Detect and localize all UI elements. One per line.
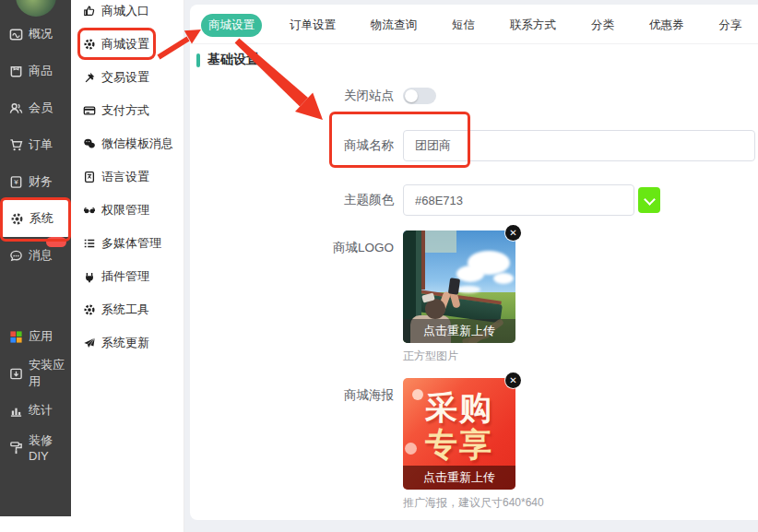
poster-reupload-overlay[interactable]: 点击重新上传 bbox=[403, 466, 515, 490]
wechat-icon bbox=[83, 137, 96, 150]
settings-card: 商城设置订单设置物流查询短信联系方式分类优惠券分享幻灯片广告 基础设置 关闭站点… bbox=[190, 5, 758, 520]
submenu-item-label: 微信模板消息 bbox=[101, 136, 173, 152]
submenu-item-label: 插件管理 bbox=[101, 268, 149, 285]
settings-form: 基础设置 关闭站点 商城名称 主题颜色 商城LOGO bbox=[190, 53, 758, 511]
sidebar-item-orders[interactable]: 订单 bbox=[0, 126, 71, 163]
submenu-item-label: 系统更新 bbox=[101, 335, 149, 351]
tab-contact[interactable]: 联系方式 bbox=[503, 14, 563, 37]
submenu-item-label: 权限管理 bbox=[101, 202, 149, 219]
apps-icon bbox=[9, 330, 23, 344]
submenu-item-payment-methods[interactable]: 支付方式 bbox=[71, 94, 184, 127]
admin-app: 概况商品会员订单¥财务系统消息⋯ 应用安装应用统计装修DIY 商城入口商城设置交… bbox=[0, 0, 758, 532]
sidebar-item-decorate-diy[interactable]: 装修DIY bbox=[0, 429, 71, 466]
submenu-item-system-tools[interactable]: 系统工具 bbox=[71, 293, 184, 326]
secondary-sidebar: 商城入口商城设置交易设置支付方式微信模板消息语言设置权限管理多媒体管理插件管理系… bbox=[71, 0, 184, 532]
tab-category[interactable]: 分类 bbox=[584, 14, 622, 37]
gear-icon bbox=[83, 38, 96, 51]
toggle-knob bbox=[405, 89, 418, 102]
submenu-list: 商城入口商城设置交易设置支付方式微信模板消息语言设置权限管理多媒体管理插件管理系… bbox=[71, 0, 184, 360]
finance-icon: ¥ bbox=[9, 175, 23, 189]
sidebar-item-label: 消息 bbox=[29, 247, 53, 264]
logo-image[interactable]: 点击重新上传 ✕ bbox=[403, 231, 515, 343]
shop-name-row: 商城名称 bbox=[190, 130, 758, 161]
submenu-item-label: 系统工具 bbox=[101, 301, 149, 318]
sidebar-item-label: 概况 bbox=[29, 26, 53, 42]
language-icon bbox=[83, 171, 96, 183]
submenu-item-shop-entrance[interactable]: 商城入口 bbox=[71, 0, 184, 28]
dart-icon bbox=[83, 71, 96, 84]
chevron-down-icon bbox=[644, 194, 656, 206]
tab-shop-settings[interactable]: 商城设置 bbox=[201, 14, 262, 37]
theme-color-label: 主题颜色 bbox=[190, 192, 403, 208]
card-icon bbox=[83, 104, 96, 117]
sidebar-item-messages[interactable]: 消息⋯ bbox=[0, 237, 71, 274]
logo-remove-button[interactable]: ✕ bbox=[505, 225, 521, 241]
close-site-label: 关闭站点 bbox=[190, 88, 403, 104]
section-title: 基础设置 bbox=[207, 52, 259, 68]
poster-text-line1: 采购 bbox=[403, 389, 515, 426]
cart-icon bbox=[9, 138, 23, 152]
tab-coupon[interactable]: 优惠券 bbox=[642, 14, 692, 37]
content-area: 商城设置订单设置物流查询短信联系方式分类优惠券分享幻灯片广告 基础设置 关闭站点… bbox=[184, 0, 758, 532]
message-icon bbox=[9, 249, 23, 263]
tab-bar: 商城设置订单设置物流查询短信联系方式分类优惠券分享幻灯片广告 bbox=[190, 5, 758, 44]
sidebar-item-install-apps[interactable]: 安装应用 bbox=[0, 355, 71, 392]
submenu-item-language-settings[interactable]: 语言设置 bbox=[71, 160, 184, 194]
list-icon bbox=[83, 237, 96, 250]
submenu-item-plugin-manage[interactable]: 插件管理 bbox=[71, 260, 184, 293]
shop-name-input[interactable] bbox=[403, 130, 755, 161]
submenu-item-media-manage[interactable]: 多媒体管理 bbox=[71, 227, 184, 260]
submenu-item-label: 商城设置 bbox=[101, 36, 149, 53]
sidebar-item-system[interactable]: 系统 bbox=[1, 200, 70, 237]
submenu-item-label: 商城入口 bbox=[101, 3, 149, 19]
thumb-icon bbox=[83, 5, 96, 18]
submenu-item-label: 语言设置 bbox=[101, 169, 149, 185]
plane-icon bbox=[83, 337, 96, 349]
theme-color-row: 主题颜色 bbox=[190, 184, 758, 216]
members-icon bbox=[9, 101, 23, 115]
sidebar-item-goods[interactable]: 商品 bbox=[0, 53, 71, 89]
sidebar-item-overview[interactable]: 概况 bbox=[0, 16, 71, 53]
section-accent-bar bbox=[196, 53, 200, 67]
avatar[interactable] bbox=[16, 0, 56, 17]
submenu-item-permission[interactable]: 权限管理 bbox=[71, 194, 184, 227]
poster-image[interactable]: 采购 专享 点击重新上传 ✕ bbox=[403, 378, 515, 490]
sidebar-item-finance[interactable]: ¥财务 bbox=[0, 163, 71, 200]
primary-sidebar: 概况商品会员订单¥财务系统消息⋯ 应用安装应用统计装修DIY bbox=[0, 0, 71, 516]
color-picker-button[interactable] bbox=[638, 187, 660, 213]
logo-reupload-overlay[interactable]: 点击重新上传 bbox=[403, 319, 515, 343]
logo-hint: 正方型图片 bbox=[403, 349, 515, 364]
submenu-item-trade-settings[interactable]: 交易设置 bbox=[71, 61, 184, 94]
tab-sms[interactable]: 短信 bbox=[444, 14, 482, 37]
sidebar-item-label: 会员 bbox=[29, 100, 53, 116]
sidebar-item-label: 订单 bbox=[29, 136, 53, 153]
close-site-row: 关闭站点 bbox=[190, 88, 758, 104]
submenu-item-wechat-template[interactable]: 微信模板消息 bbox=[71, 127, 184, 160]
submenu-item-shop-settings[interactable]: 商城设置 bbox=[71, 28, 184, 61]
close-site-toggle[interactable] bbox=[403, 88, 436, 104]
sidebar-main-list: 概况商品会员订单¥财务系统消息⋯ bbox=[0, 16, 71, 274]
tab-order-settings[interactable]: 订单设置 bbox=[282, 14, 343, 37]
sidebar-item-members[interactable]: 会员 bbox=[0, 89, 71, 126]
tab-share[interactable]: 分享 bbox=[712, 14, 750, 37]
sidebar-item-apps[interactable]: 应用 bbox=[0, 318, 71, 355]
poster-hint: 推广海报，建议尺寸640*640 bbox=[403, 495, 544, 511]
sidebar-apps-list: 应用安装应用统计装修DIY bbox=[0, 318, 71, 466]
sidebar-item-label: 系统 bbox=[30, 210, 53, 227]
submenu-item-label: 多媒体管理 bbox=[101, 235, 161, 252]
submenu-item-system-update[interactable]: 系统更新 bbox=[71, 326, 184, 360]
poster-remove-button[interactable]: ✕ bbox=[505, 372, 521, 388]
gear-icon bbox=[10, 212, 24, 226]
sidebar-item-stats[interactable]: 统计 bbox=[0, 392, 71, 429]
tab-logistics[interactable]: 物流查询 bbox=[363, 14, 424, 37]
gear-icon bbox=[83, 303, 96, 316]
logo-label: 商城LOGO bbox=[190, 231, 403, 256]
sidebar-item-label: 财务 bbox=[29, 173, 53, 190]
stats-icon bbox=[9, 404, 23, 418]
goods-icon bbox=[9, 65, 23, 78]
sidebar-item-label: 安装应用 bbox=[29, 357, 71, 390]
theme-color-input[interactable] bbox=[403, 184, 634, 216]
unread-badge: ⋯ bbox=[46, 237, 66, 247]
overview-icon bbox=[9, 28, 23, 41]
mask-icon bbox=[83, 204, 96, 217]
